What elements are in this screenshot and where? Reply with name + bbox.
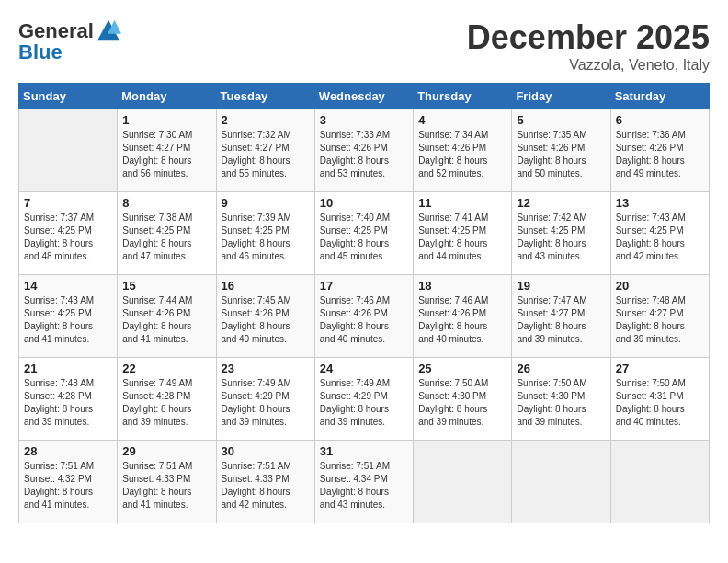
day-number: 22 (122, 362, 210, 375)
calendar-cell: 4Sunrise: 7:34 AMSunset: 4:26 PMDaylight… (414, 109, 512, 192)
calendar-cell: 18Sunrise: 7:46 AMSunset: 4:26 PMDayligh… (414, 275, 512, 358)
calendar-cell: 12Sunrise: 7:42 AMSunset: 4:25 PMDayligh… (512, 192, 610, 275)
day-info: Sunrise: 7:48 AMSunset: 4:27 PMDaylight:… (616, 294, 704, 346)
calendar-cell (610, 441, 709, 523)
day-number: 23 (222, 362, 310, 375)
day-info: Sunrise: 7:34 AMSunset: 4:26 PMDaylight:… (418, 129, 506, 180)
day-info: Sunrise: 7:35 AMSunset: 4:26 PMDaylight:… (517, 129, 605, 180)
day-info: Sunrise: 7:50 AMSunset: 4:31 PMDaylight:… (616, 377, 704, 429)
day-info: Sunrise: 7:51 AMSunset: 4:32 PMDaylight:… (24, 460, 112, 511)
calendar-cell: 28Sunrise: 7:51 AMSunset: 4:32 PMDayligh… (19, 441, 118, 523)
logo: General Blue (18, 18, 121, 64)
day-info: Sunrise: 7:40 AMSunset: 4:25 PMDaylight:… (320, 212, 408, 263)
day-info: Sunrise: 7:41 AMSunset: 4:25 PMDaylight:… (418, 212, 506, 263)
calendar-cell: 15Sunrise: 7:44 AMSunset: 4:26 PMDayligh… (118, 275, 216, 358)
weekday-header-tuesday: Tuesday (216, 84, 314, 109)
day-number: 12 (517, 196, 605, 210)
title-block: December 2025 Vazzola, Veneto, Italy (467, 18, 710, 74)
calendar-week-row: 28Sunrise: 7:51 AMSunset: 4:32 PMDayligh… (19, 441, 710, 523)
calendar-cell: 30Sunrise: 7:51 AMSunset: 4:33 PMDayligh… (216, 441, 314, 523)
day-number: 17 (320, 279, 408, 293)
calendar-cell (19, 109, 118, 192)
calendar-week-row: 7Sunrise: 7:37 AMSunset: 4:25 PMDaylight… (19, 192, 710, 275)
day-number: 21 (24, 362, 112, 375)
calendar-cell: 3Sunrise: 7:33 AMSunset: 4:26 PMDaylight… (314, 109, 413, 192)
day-info: Sunrise: 7:51 AMSunset: 4:34 PMDaylight:… (320, 460, 408, 511)
calendar-week-row: 14Sunrise: 7:43 AMSunset: 4:25 PMDayligh… (19, 275, 710, 358)
day-info: Sunrise: 7:37 AMSunset: 4:25 PMDaylight:… (24, 212, 112, 263)
day-number: 28 (24, 444, 112, 458)
day-number: 8 (122, 196, 210, 210)
day-info: Sunrise: 7:43 AMSunset: 4:25 PMDaylight:… (24, 294, 112, 346)
calendar-week-row: 1Sunrise: 7:30 AMSunset: 4:27 PMDaylight… (19, 109, 710, 192)
calendar-cell: 27Sunrise: 7:50 AMSunset: 4:31 PMDayligh… (610, 358, 709, 441)
weekday-header-saturday: Saturday (610, 84, 709, 109)
day-info: Sunrise: 7:39 AMSunset: 4:25 PMDaylight:… (222, 212, 310, 263)
day-number: 24 (320, 362, 408, 375)
day-info: Sunrise: 7:45 AMSunset: 4:26 PMDaylight:… (222, 294, 310, 346)
day-number: 25 (418, 362, 506, 375)
calendar-cell: 14Sunrise: 7:43 AMSunset: 4:25 PMDayligh… (19, 275, 118, 358)
day-number: 15 (122, 279, 210, 293)
day-info: Sunrise: 7:50 AMSunset: 4:30 PMDaylight:… (517, 377, 605, 429)
calendar-cell: 26Sunrise: 7:50 AMSunset: 4:30 PMDayligh… (512, 358, 610, 441)
calendar-cell: 31Sunrise: 7:51 AMSunset: 4:34 PMDayligh… (314, 441, 413, 523)
calendar-cell: 8Sunrise: 7:38 AMSunset: 4:25 PMDaylight… (118, 192, 216, 275)
day-number: 16 (222, 279, 310, 293)
day-number: 5 (517, 113, 605, 127)
day-info: Sunrise: 7:49 AMSunset: 4:28 PMDaylight:… (122, 377, 210, 429)
calendar-cell: 9Sunrise: 7:39 AMSunset: 4:25 PMDaylight… (216, 192, 314, 275)
day-number: 2 (222, 113, 310, 127)
day-info: Sunrise: 7:49 AMSunset: 4:29 PMDaylight:… (320, 377, 408, 429)
logo-icon (96, 18, 121, 44)
day-number: 30 (222, 444, 310, 458)
calendar-cell: 10Sunrise: 7:40 AMSunset: 4:25 PMDayligh… (314, 192, 413, 275)
day-number: 3 (320, 113, 408, 127)
day-number: 13 (616, 196, 704, 210)
calendar-cell: 2Sunrise: 7:32 AMSunset: 4:27 PMDaylight… (216, 109, 314, 192)
month-title: December 2025 (467, 18, 710, 57)
day-number: 9 (222, 196, 310, 210)
day-info: Sunrise: 7:47 AMSunset: 4:27 PMDaylight:… (517, 294, 605, 346)
day-number: 18 (418, 279, 506, 293)
day-info: Sunrise: 7:43 AMSunset: 4:25 PMDaylight:… (616, 212, 704, 263)
page-header: General Blue December 2025 Vazzola, Vene… (18, 18, 710, 74)
day-info: Sunrise: 7:36 AMSunset: 4:26 PMDaylight:… (616, 129, 704, 180)
calendar-cell: 20Sunrise: 7:48 AMSunset: 4:27 PMDayligh… (610, 275, 709, 358)
calendar-cell: 6Sunrise: 7:36 AMSunset: 4:26 PMDaylight… (610, 109, 709, 192)
day-number: 14 (24, 279, 112, 293)
day-number: 11 (418, 196, 506, 210)
day-info: Sunrise: 7:38 AMSunset: 4:25 PMDaylight:… (122, 212, 210, 263)
day-number: 26 (517, 362, 605, 375)
calendar-cell: 16Sunrise: 7:45 AMSunset: 4:26 PMDayligh… (216, 275, 314, 358)
calendar-cell (414, 441, 512, 523)
day-number: 20 (616, 279, 704, 293)
calendar-cell (512, 441, 610, 523)
day-number: 7 (24, 196, 112, 210)
day-number: 19 (517, 279, 605, 293)
day-info: Sunrise: 7:30 AMSunset: 4:27 PMDaylight:… (122, 129, 210, 180)
day-info: Sunrise: 7:42 AMSunset: 4:25 PMDaylight:… (517, 212, 605, 263)
calendar-table: SundayMondayTuesdayWednesdayThursdayFrid… (18, 83, 710, 523)
day-info: Sunrise: 7:46 AMSunset: 4:26 PMDaylight:… (418, 294, 506, 346)
day-info: Sunrise: 7:48 AMSunset: 4:28 PMDaylight:… (24, 377, 112, 429)
day-info: Sunrise: 7:49 AMSunset: 4:29 PMDaylight:… (222, 377, 310, 429)
calendar-cell: 17Sunrise: 7:46 AMSunset: 4:26 PMDayligh… (314, 275, 413, 358)
calendar-cell: 29Sunrise: 7:51 AMSunset: 4:33 PMDayligh… (118, 441, 216, 523)
day-info: Sunrise: 7:32 AMSunset: 4:27 PMDaylight:… (222, 129, 310, 180)
day-info: Sunrise: 7:44 AMSunset: 4:26 PMDaylight:… (122, 294, 210, 346)
calendar-cell: 7Sunrise: 7:37 AMSunset: 4:25 PMDaylight… (19, 192, 118, 275)
day-info: Sunrise: 7:51 AMSunset: 4:33 PMDaylight:… (122, 460, 210, 511)
day-number: 1 (122, 113, 210, 127)
day-info: Sunrise: 7:33 AMSunset: 4:26 PMDaylight:… (320, 129, 408, 180)
day-number: 10 (320, 196, 408, 210)
calendar-cell: 13Sunrise: 7:43 AMSunset: 4:25 PMDayligh… (610, 192, 709, 275)
calendar-cell: 25Sunrise: 7:50 AMSunset: 4:30 PMDayligh… (414, 358, 512, 441)
day-info: Sunrise: 7:46 AMSunset: 4:26 PMDaylight:… (320, 294, 408, 346)
calendar-week-row: 21Sunrise: 7:48 AMSunset: 4:28 PMDayligh… (19, 358, 710, 441)
calendar-cell: 1Sunrise: 7:30 AMSunset: 4:27 PMDaylight… (118, 109, 216, 192)
weekday-header-monday: Monday (118, 84, 216, 109)
weekday-header-thursday: Thursday (414, 84, 512, 109)
day-number: 4 (418, 113, 506, 127)
day-info: Sunrise: 7:51 AMSunset: 4:33 PMDaylight:… (222, 460, 310, 511)
